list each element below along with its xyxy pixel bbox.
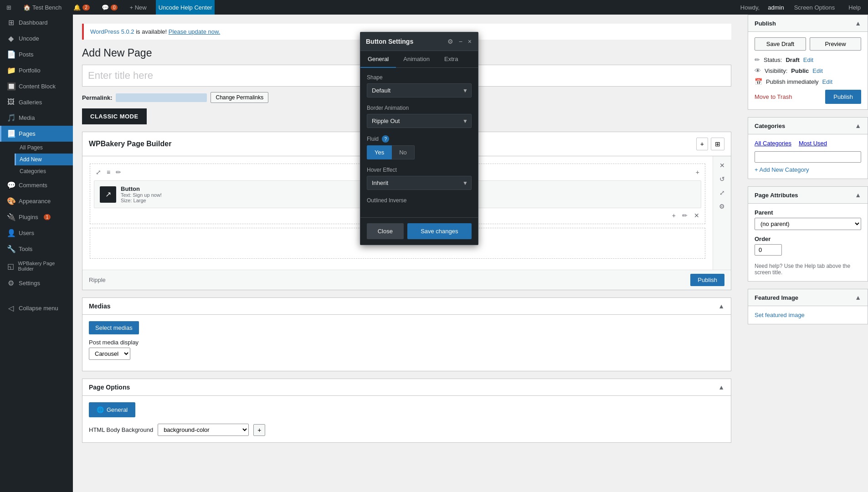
shape-field: Shape Default Square Rounded ▼ <box>367 74 472 97</box>
border-animation-wrapper: Ripple Out Ripple In None ▼ <box>367 114 472 128</box>
modal-tab-extra[interactable]: Extra <box>437 51 465 68</box>
modal-minimize-button[interactable]: − <box>458 37 463 46</box>
button-settings-modal: Button Settings ⚙ − × General Animation … <box>360 32 478 245</box>
modal-close-button[interactable]: Close <box>367 223 404 239</box>
modal-close-x-button[interactable]: × <box>467 37 473 46</box>
fluid-label: Fluid ? <box>367 135 472 143</box>
hover-effect-select[interactable]: Inherit None Fade <box>367 176 472 190</box>
shape-label: Shape <box>367 74 472 81</box>
fluid-no-btn[interactable]: No <box>392 145 415 159</box>
modal-header-actions: ⚙ − × <box>447 37 473 46</box>
fluid-field: Fluid ? Yes No <box>367 135 472 159</box>
border-animation-field: Border Animation Ripple Out Ripple In No… <box>367 105 472 128</box>
modal-tab-animation[interactable]: Animation <box>396 51 437 68</box>
modal-gear-button[interactable]: ⚙ <box>447 37 454 46</box>
shape-select[interactable]: Default Square Rounded <box>367 83 472 97</box>
modal-tab-general[interactable]: General <box>360 51 396 68</box>
hover-effect-label: Hover Effect <box>367 167 472 173</box>
fluid-toggle: Yes No <box>367 145 472 159</box>
outlined-inverse-label: Outlined Inverse <box>367 197 472 204</box>
border-animation-select[interactable]: Ripple Out Ripple In None <box>367 114 472 128</box>
fluid-info-icon[interactable]: ? <box>382 135 389 143</box>
modal-body: Shape Default Square Rounded ▼ Border An… <box>360 68 478 217</box>
shape-select-wrapper: Default Square Rounded ▼ <box>367 83 472 97</box>
modal-save-button[interactable]: Save changes <box>407 223 472 239</box>
outlined-inverse-field: Outlined Inverse <box>367 197 472 204</box>
modal-footer: Close Save changes <box>360 217 478 245</box>
modal-tabs: General Animation Extra <box>360 51 478 68</box>
modal-overlay: Button Settings ⚙ − × General Animation … <box>0 0 868 492</box>
fluid-yes-btn[interactable]: Yes <box>367 145 392 159</box>
hover-effect-wrapper: Inherit None Fade ▼ <box>367 176 472 190</box>
modal-title: Button Settings <box>366 38 413 45</box>
modal-header: Button Settings ⚙ − × <box>360 32 478 51</box>
border-animation-label: Border Animation <box>367 105 472 111</box>
hover-effect-field: Hover Effect Inherit None Fade ▼ <box>367 167 472 190</box>
